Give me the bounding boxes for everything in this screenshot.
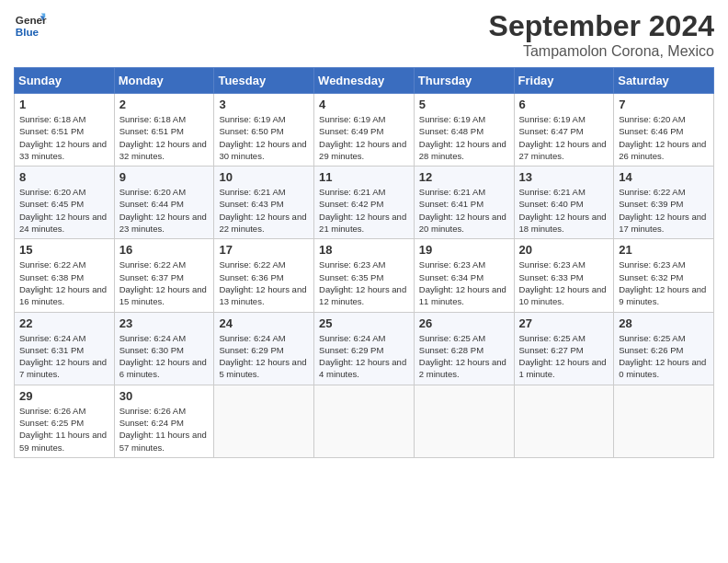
day-info: Sunrise: 6:21 AMSunset: 6:42 PMDaylight:… bbox=[319, 186, 409, 235]
table-row: 23 Sunrise: 6:24 AMSunset: 6:30 PMDaylig… bbox=[114, 312, 214, 385]
day-info: Sunrise: 6:24 AMSunset: 6:31 PMDaylight:… bbox=[19, 332, 109, 381]
day-number: 2 bbox=[119, 98, 210, 111]
calendar-week-row: 22 Sunrise: 6:24 AMSunset: 6:31 PMDaylig… bbox=[15, 312, 714, 385]
day-info: Sunrise: 6:18 AMSunset: 6:51 PMDaylight:… bbox=[19, 113, 109, 162]
table-row: 28 Sunrise: 6:25 AMSunset: 6:26 PMDaylig… bbox=[614, 312, 714, 385]
day-number: 28 bbox=[619, 316, 709, 330]
table-row: 12 Sunrise: 6:21 AMSunset: 6:41 PMDaylig… bbox=[414, 167, 514, 239]
day-number: 14 bbox=[619, 170, 709, 184]
table-row bbox=[314, 385, 415, 457]
table-row: 10 Sunrise: 6:21 AMSunset: 6:43 PMDaylig… bbox=[214, 167, 314, 239]
day-info: Sunrise: 6:25 AMSunset: 6:28 PMDaylight:… bbox=[419, 332, 509, 381]
table-row: 3 Sunrise: 6:19 AMSunset: 6:50 PMDayligh… bbox=[214, 94, 314, 167]
col-sunday: Sunday bbox=[15, 68, 115, 94]
table-row: 6 Sunrise: 6:19 AMSunset: 6:47 PMDayligh… bbox=[514, 94, 614, 167]
day-number: 19 bbox=[419, 243, 509, 257]
day-number: 15 bbox=[19, 243, 109, 257]
day-info: Sunrise: 6:20 AMSunset: 6:46 PMDaylight:… bbox=[619, 113, 709, 162]
day-info: Sunrise: 6:19 AMSunset: 6:49 PMDaylight:… bbox=[319, 113, 409, 162]
day-number: 27 bbox=[519, 316, 609, 330]
day-info: Sunrise: 6:25 AMSunset: 6:26 PMDaylight:… bbox=[619, 332, 709, 381]
table-row: 19 Sunrise: 6:23 AMSunset: 6:34 PMDaylig… bbox=[414, 239, 514, 312]
calendar-table: Sunday Monday Tuesday Wednesday Thursday… bbox=[14, 67, 714, 458]
day-info: Sunrise: 6:22 AMSunset: 6:37 PMDaylight:… bbox=[119, 259, 210, 307]
table-row: 14 Sunrise: 6:22 AMSunset: 6:39 PMDaylig… bbox=[614, 167, 714, 239]
table-row: 21 Sunrise: 6:23 AMSunset: 6:32 PMDaylig… bbox=[614, 239, 714, 312]
table-row: 5 Sunrise: 6:19 AMSunset: 6:48 PMDayligh… bbox=[414, 94, 514, 167]
table-row: 15 Sunrise: 6:22 AMSunset: 6:38 PMDaylig… bbox=[15, 239, 115, 312]
day-number: 24 bbox=[219, 316, 309, 330]
table-row: 13 Sunrise: 6:21 AMSunset: 6:40 PMDaylig… bbox=[514, 167, 614, 239]
table-row: 27 Sunrise: 6:25 AMSunset: 6:27 PMDaylig… bbox=[514, 312, 614, 385]
table-row bbox=[214, 385, 314, 457]
table-row: 17 Sunrise: 6:22 AMSunset: 6:36 PMDaylig… bbox=[214, 239, 314, 312]
table-row: 9 Sunrise: 6:20 AMSunset: 6:44 PMDayligh… bbox=[114, 167, 214, 239]
day-info: Sunrise: 6:22 AMSunset: 6:38 PMDaylight:… bbox=[19, 259, 109, 307]
day-info: Sunrise: 6:20 AMSunset: 6:44 PMDaylight:… bbox=[119, 186, 210, 235]
col-monday: Monday bbox=[114, 68, 214, 94]
day-number: 13 bbox=[519, 170, 609, 184]
page-header: General Blue September 2024 Tampamolon C… bbox=[14, 9, 714, 60]
table-row: 4 Sunrise: 6:19 AMSunset: 6:49 PMDayligh… bbox=[314, 94, 415, 167]
table-row: 2 Sunrise: 6:18 AMSunset: 6:51 PMDayligh… bbox=[114, 94, 214, 167]
table-row: 29 Sunrise: 6:26 AMSunset: 6:25 PMDaylig… bbox=[15, 385, 115, 457]
day-info: Sunrise: 6:19 AMSunset: 6:47 PMDaylight:… bbox=[519, 113, 609, 162]
day-number: 1 bbox=[19, 98, 109, 111]
day-number: 29 bbox=[19, 389, 109, 403]
table-row: 8 Sunrise: 6:20 AMSunset: 6:45 PMDayligh… bbox=[15, 167, 115, 239]
day-info: Sunrise: 6:22 AMSunset: 6:36 PMDaylight:… bbox=[219, 259, 309, 307]
day-number: 5 bbox=[419, 98, 509, 111]
day-info: Sunrise: 6:23 AMSunset: 6:33 PMDaylight:… bbox=[519, 259, 609, 307]
day-number: 21 bbox=[619, 243, 709, 257]
col-tuesday: Tuesday bbox=[214, 68, 314, 94]
col-wednesday: Wednesday bbox=[314, 68, 415, 94]
svg-text:General: General bbox=[16, 14, 47, 26]
table-row: 1 Sunrise: 6:18 AMSunset: 6:51 PMDayligh… bbox=[15, 94, 115, 167]
table-row bbox=[514, 385, 614, 457]
day-info: Sunrise: 6:24 AMSunset: 6:29 PMDaylight:… bbox=[219, 332, 309, 381]
table-row: 20 Sunrise: 6:23 AMSunset: 6:33 PMDaylig… bbox=[514, 239, 614, 312]
day-info: Sunrise: 6:23 AMSunset: 6:34 PMDaylight:… bbox=[419, 259, 509, 307]
table-row bbox=[614, 385, 714, 457]
table-row: 24 Sunrise: 6:24 AMSunset: 6:29 PMDaylig… bbox=[214, 312, 314, 385]
day-number: 20 bbox=[519, 243, 609, 257]
table-row: 7 Sunrise: 6:20 AMSunset: 6:46 PMDayligh… bbox=[614, 94, 714, 167]
day-number: 6 bbox=[519, 98, 609, 111]
day-info: Sunrise: 6:26 AMSunset: 6:24 PMDaylight:… bbox=[119, 405, 210, 454]
calendar-week-row: 8 Sunrise: 6:20 AMSunset: 6:45 PMDayligh… bbox=[15, 167, 714, 239]
day-number: 30 bbox=[119, 389, 210, 403]
svg-text:Blue: Blue bbox=[16, 26, 40, 38]
calendar-week-row: 1 Sunrise: 6:18 AMSunset: 6:51 PMDayligh… bbox=[15, 94, 714, 167]
day-info: Sunrise: 6:24 AMSunset: 6:30 PMDaylight:… bbox=[119, 332, 210, 381]
calendar-week-row: 29 Sunrise: 6:26 AMSunset: 6:25 PMDaylig… bbox=[15, 385, 714, 457]
day-number: 17 bbox=[219, 243, 309, 257]
day-info: Sunrise: 6:24 AMSunset: 6:29 PMDaylight:… bbox=[319, 332, 409, 381]
col-friday: Friday bbox=[514, 68, 614, 94]
calendar-week-row: 15 Sunrise: 6:22 AMSunset: 6:38 PMDaylig… bbox=[15, 239, 714, 312]
table-row: 18 Sunrise: 6:23 AMSunset: 6:35 PMDaylig… bbox=[314, 239, 415, 312]
logo-icon: General Blue bbox=[14, 9, 47, 42]
logo: General Blue bbox=[14, 9, 47, 42]
day-number: 9 bbox=[119, 170, 210, 184]
day-number: 16 bbox=[119, 243, 210, 257]
table-row: 22 Sunrise: 6:24 AMSunset: 6:31 PMDaylig… bbox=[15, 312, 115, 385]
day-number: 4 bbox=[319, 98, 409, 111]
day-info: Sunrise: 6:19 AMSunset: 6:48 PMDaylight:… bbox=[419, 113, 509, 162]
table-row: 26 Sunrise: 6:25 AMSunset: 6:28 PMDaylig… bbox=[414, 312, 514, 385]
day-number: 3 bbox=[219, 98, 309, 111]
day-number: 23 bbox=[119, 316, 210, 330]
day-info: Sunrise: 6:25 AMSunset: 6:27 PMDaylight:… bbox=[519, 332, 609, 381]
page-title: September 2024 bbox=[489, 9, 714, 43]
day-number: 26 bbox=[419, 316, 509, 330]
day-number: 22 bbox=[19, 316, 109, 330]
day-info: Sunrise: 6:23 AMSunset: 6:32 PMDaylight:… bbox=[619, 259, 709, 307]
day-number: 10 bbox=[219, 170, 309, 184]
day-number: 18 bbox=[319, 243, 409, 257]
table-row: 30 Sunrise: 6:26 AMSunset: 6:24 PMDaylig… bbox=[114, 385, 214, 457]
day-info: Sunrise: 6:21 AMSunset: 6:40 PMDaylight:… bbox=[519, 186, 609, 235]
table-row: 25 Sunrise: 6:24 AMSunset: 6:29 PMDaylig… bbox=[314, 312, 415, 385]
day-number: 7 bbox=[619, 98, 709, 111]
day-info: Sunrise: 6:21 AMSunset: 6:43 PMDaylight:… bbox=[219, 186, 309, 235]
day-info: Sunrise: 6:20 AMSunset: 6:45 PMDaylight:… bbox=[19, 186, 109, 235]
title-area: September 2024 Tampamolon Corona, Mexico bbox=[489, 9, 714, 60]
